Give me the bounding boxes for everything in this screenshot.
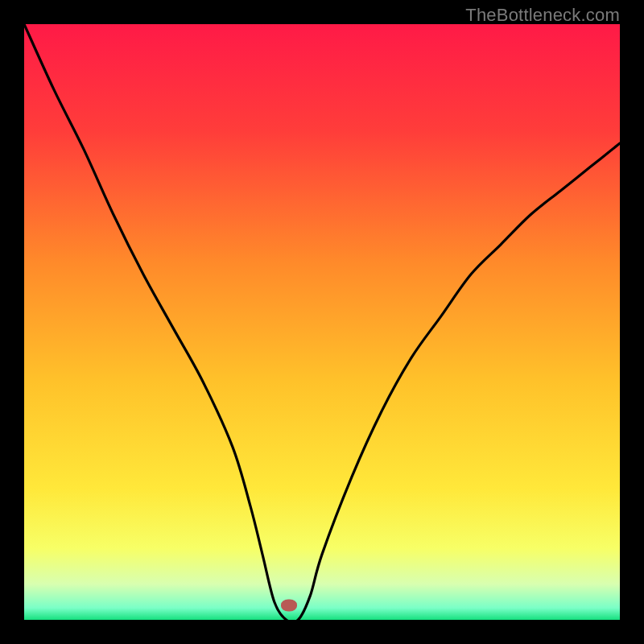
optimum-marker bbox=[281, 599, 297, 611]
outer-frame: TheBottleneck.com bbox=[0, 0, 644, 644]
plot-area bbox=[24, 24, 620, 620]
bottleneck-curve bbox=[24, 24, 620, 620]
watermark-label: TheBottleneck.com bbox=[465, 5, 620, 26]
